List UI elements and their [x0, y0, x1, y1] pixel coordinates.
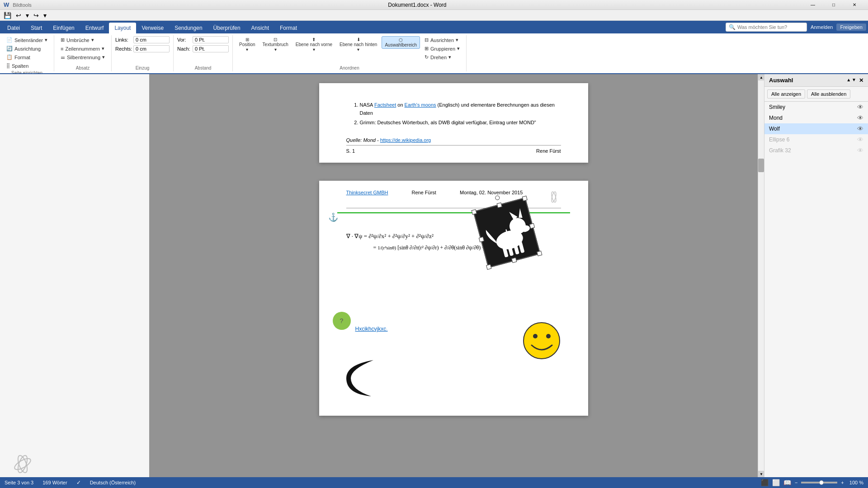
page-1: NASA Factsheet on Earth's moons (Englisc… [319, 83, 588, 163]
absatz-title: Absatz [76, 65, 90, 70]
close-button[interactable]: ✕ [844, 0, 864, 10]
wolf-silhouette [474, 198, 542, 269]
text-link[interactable]: Hxcikhcvjkxc. [355, 326, 388, 332]
ausrichten-button[interactable]: ⊟ Ausrichten ▾ [422, 36, 462, 44]
tab-layout[interactable]: Layout [109, 23, 136, 33]
factsheet-link[interactable]: Factsheet [374, 102, 396, 108]
freigeben-button[interactable]: Freigeben [836, 23, 866, 31]
ribbon-tab-bar: Datei Start Einfügen Entwurf Layout Verw… [0, 21, 868, 33]
vor-label: Vor: [177, 37, 191, 42]
text-content: Hxcikhcvjkxc. [355, 326, 388, 332]
grafik32-eye-icon[interactable]: 👁 [857, 147, 863, 154]
auswahl-item-ellipse6[interactable]: Ellipse 6 👁 [764, 134, 868, 145]
einzug-title: Einzug [136, 65, 150, 70]
spell-check-icon[interactable]: ✓ [76, 479, 81, 486]
auswahl-item-smiley[interactable]: Smiley 👁 [764, 102, 868, 113]
position-button[interactable]: ⊞ Position ▾ [236, 36, 258, 53]
drehen-icon: ↻ [425, 54, 429, 60]
anmelden-link[interactable]: Anmelden [811, 24, 833, 30]
scroll-thumb[interactable] [758, 159, 764, 172]
auswahl-scroll-up[interactable]: ▲ [846, 77, 851, 84]
source-url[interactable]: https://de.wikipedia.org [380, 137, 431, 143]
svg-point-15 [533, 334, 538, 338]
minimize-button[interactable]: — [803, 0, 823, 10]
scroll-track[interactable] [758, 80, 764, 471]
tab-sendungen[interactable]: Sendungen [169, 23, 208, 33]
silbentrennung-button[interactable]: ⚌ Silbentrennung ▾ [58, 53, 108, 61]
smiley-svg [523, 322, 561, 360]
dropdown-arrow4: ▾ [102, 54, 105, 60]
zoom-level[interactable]: 100 % [849, 480, 863, 485]
tab-ueberpruefen[interactable]: Überprüfen [208, 23, 246, 33]
einzug-links-input[interactable]: 0 cm [133, 36, 170, 43]
tab-start[interactable]: Start [25, 23, 47, 33]
view-mode-web[interactable]: ⬜ [772, 479, 780, 486]
footer-author: Rene Fürst [536, 148, 561, 154]
source-line: Quelle: Mond - https://de.wikipedia.org [346, 136, 561, 145]
zoom-slider[interactable] [801, 482, 837, 483]
abstand-title: Abstand [195, 65, 212, 70]
search-box[interactable]: 🔍 [726, 23, 807, 32]
textumbruch-button[interactable]: ⊡ Textumbruch ▾ [260, 36, 291, 53]
tab-datei[interactable]: Datei [2, 23, 25, 33]
undo-dropdown[interactable]: ▾ [24, 11, 31, 20]
seitenrander-button[interactable]: 📄 Seitenränder ▾ [4, 36, 50, 44]
ebene-vorne-button[interactable]: ⬆ Ebene nach vorne ▾ [293, 36, 335, 53]
language[interactable]: Deutsch (Österreich) [90, 480, 136, 485]
zoom-in[interactable]: + [841, 480, 844, 485]
auswahl-panel: Auswahl ▲ ▼ ✕ Alle anzeigen Alle ausblen… [764, 74, 868, 477]
format-button[interactable]: 📋 Format [4, 53, 50, 61]
auswahl-item-grafik32[interactable]: Grafik 32 👁 [764, 145, 868, 156]
alle-ausblenden-button[interactable]: Alle ausblenden [807, 89, 850, 99]
auswahlbereich-button[interactable]: ⬡ Auswahlbereich [382, 36, 420, 49]
redo-button[interactable]: ↪ [32, 11, 41, 20]
tab-einfuegen[interactable]: Einfügen [47, 23, 80, 33]
smiley-image[interactable] [523, 322, 561, 361]
smiley-eye-icon[interactable]: 👁 [857, 103, 863, 111]
grafik32-label: Grafik 32 [769, 147, 791, 154]
ribbon-group-einzug: Links: 0 cm Rechts: 0 cm Einzug [112, 35, 174, 71]
auswahl-scroll-down[interactable]: ▼ [852, 77, 856, 84]
scroll-down-button[interactable]: ▼ [758, 471, 764, 477]
view-mode-read[interactable]: 📖 [783, 479, 791, 486]
tab-ansicht[interactable]: Ansicht [246, 23, 274, 33]
zeilennummern-button[interactable]: ≡ Zeilennummern ▾ [58, 45, 108, 52]
vertical-scrollbar[interactable]: ▲ ▼ [758, 74, 764, 477]
green-line [337, 212, 570, 213]
tab-verweise[interactable]: Verweise [136, 23, 169, 33]
mond-eye-icon[interactable]: 👁 [857, 114, 863, 122]
alle-anzeigen-button[interactable]: Alle anzeigen [767, 89, 805, 99]
save-button[interactable]: 💾 [2, 11, 13, 20]
umbruche-button[interactable]: ⊞ Umbrüche ▾ [58, 36, 108, 44]
wolf-eye-icon[interactable]: 👁 [857, 125, 863, 132]
tab-entwurf[interactable]: Entwurf [80, 23, 109, 33]
scroll-up-button[interactable]: ▲ [758, 74, 764, 80]
gruppieren-button[interactable]: ⊞ Gruppieren ▾ [422, 45, 462, 52]
einzug-rechts-input[interactable]: 0 cm [133, 45, 170, 52]
header-company[interactable]: Thinksecret GMBH [346, 190, 388, 205]
spalten-button[interactable]: ⣿ Spalten [4, 62, 50, 70]
zoom-out[interactable]: − [795, 480, 797, 485]
auswahl-close[interactable]: ✕ [859, 77, 863, 84]
view-mode-print[interactable]: ⬛ [761, 479, 769, 486]
list-item-1: NASA Factsheet on Earth's moons (Englisc… [360, 101, 561, 117]
auswahl-item-wolf[interactable]: Wolf 👁 [764, 123, 868, 134]
ausrichtung-button[interactable]: 🔄 Ausrichtung [4, 45, 50, 52]
undo-button[interactable]: ↩ [14, 11, 23, 20]
auswahl-item-mond[interactable]: Mond 👁 [764, 113, 868, 123]
abstand-vor-input[interactable]: 0 Pt. [193, 36, 229, 43]
search-icon: 🔍 [729, 24, 736, 30]
page-number: S. 1 [346, 148, 355, 154]
quick-access-dropdown[interactable]: ▾ [42, 11, 48, 20]
ausrichtung-icon: 🔄 [6, 46, 13, 52]
maximize-button[interactable]: □ [824, 0, 844, 10]
tab-format[interactable]: Format [274, 23, 302, 33]
moon-image[interactable] [342, 356, 382, 402]
ebene-hinten-button[interactable]: ⬇ Ebene nach hinten ▾ [337, 36, 380, 53]
drehen-button[interactable]: ↻ Drehen ▾ [422, 53, 462, 61]
search-input[interactable] [737, 24, 801, 30]
ellipse6-eye-icon[interactable]: 👁 [857, 136, 863, 143]
document-area[interactable]: NASA Factsheet on Earth's moons (Englisc… [149, 74, 758, 477]
abstand-nach-input[interactable]: 0 Pt. [193, 45, 229, 52]
earths-moons-link[interactable]: Earth's moons [405, 102, 436, 108]
